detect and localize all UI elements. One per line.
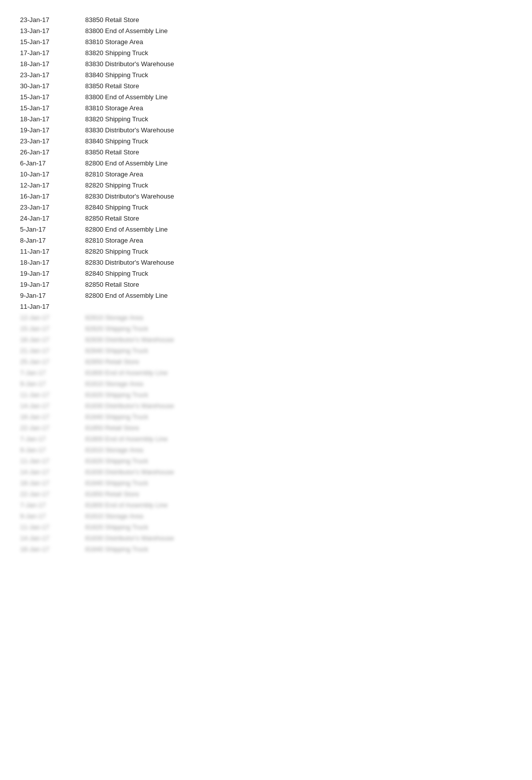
table-row: 10-Jan-1782810 Storage Area: [20, 169, 512, 180]
date-cell: 19-Jan-17: [20, 270, 85, 277]
location-cell: 81830 Distributor's Warehouse: [85, 468, 512, 476]
table-row: 19-Jan-1782850 Retail Store: [20, 280, 512, 291]
table-row: 15-Jan-1782820 Shipping Truck: [20, 324, 512, 335]
date-cell: 16-Jan-17: [20, 192, 85, 200]
table-row: 19-Jan-1782840 Shipping Truck: [20, 269, 512, 280]
date-cell: 19-Jan-17: [20, 281, 85, 288]
table-row: 11-Jan-1781820 Shipping Truck: [20, 456, 512, 467]
date-cell: 11-Jan-17: [20, 523, 85, 531]
date-cell: 6-Jan-17: [20, 159, 85, 167]
table-row: 9-Jan-1781810 Storage Area: [20, 379, 512, 390]
date-cell: 22-Jan-17: [20, 424, 85, 432]
date-cell: 24-Jan-17: [20, 215, 85, 222]
location-cell: 83830 Distributor's Warehouse: [85, 126, 512, 134]
location-cell: 82830 Distributor's Warehouse: [85, 336, 512, 343]
table-row: 23-Jan-1782840 Shipping Truck: [20, 203, 512, 214]
location-cell: 81810 Storage Area: [85, 446, 512, 454]
date-cell: 12-Jan-17: [20, 181, 85, 189]
date-cell: 8-Jan-17: [20, 237, 85, 244]
table-row: 22-Jan-1781850 Retail Store: [20, 489, 512, 500]
date-cell: 14-Jan-17: [20, 534, 85, 542]
date-cell: 30-Jan-17: [20, 82, 85, 90]
date-cell: 9-Jan-17: [20, 380, 85, 387]
table-row: 22-Jan-1781850 Retail Store: [20, 423, 512, 434]
location-cell: 83850 Retail Store: [85, 82, 512, 90]
location-cell: 82820 Shipping Truck: [85, 181, 512, 189]
date-cell: 21-Jan-17: [20, 347, 85, 354]
location-cell: 81820 Shipping Truck: [85, 523, 512, 531]
location-cell: 81800 End of Assembly Line: [85, 369, 512, 376]
date-cell: 18-Jan-17: [20, 413, 85, 421]
date-cell: 18-Jan-17: [20, 115, 85, 123]
location-cell: 81800 End of Assembly Line: [85, 435, 512, 443]
location-cell: 82840 Shipping Truck: [85, 347, 512, 354]
date-cell: 14-Jan-17: [20, 468, 85, 476]
date-cell: 23-Jan-17: [20, 71, 85, 79]
date-cell: 18-Jan-17: [20, 545, 85, 553]
table-row: 7-Jan-1781800 End of Assembly Line: [20, 368, 512, 379]
location-cell: 82830 Distributor's Warehouse: [85, 192, 512, 200]
location-cell: 81850 Retail Store: [85, 424, 512, 432]
table-row: 14-Jan-1781830 Distributor's Warehouse: [20, 401, 512, 412]
location-cell: 81850 Retail Store: [85, 490, 512, 498]
table-row: 12-Jan-1782810 Storage Area: [20, 313, 512, 324]
location-cell: 83800 End of Assembly Line: [85, 93, 512, 101]
location-cell: 82850 Retail Store: [85, 358, 512, 365]
date-cell: 25-Jan-17: [20, 358, 85, 365]
location-cell: 82800 End of Assembly Line: [85, 226, 512, 233]
location-cell: 81820 Shipping Truck: [85, 391, 512, 399]
table-row: 6-Jan-1782800 End of Assembly Line: [20, 158, 512, 169]
date-cell: 23-Jan-17: [20, 16, 85, 24]
date-cell: 15-Jan-17: [20, 38, 85, 46]
date-cell: 15-Jan-17: [20, 325, 85, 332]
date-cell: 18-Jan-17: [20, 60, 85, 68]
table-row: 11-Jan-1781820 Shipping Truck: [20, 522, 512, 533]
date-cell: 9-Jan-17: [20, 446, 85, 454]
table-row: 18-Jan-1781840 Shipping Truck: [20, 478, 512, 489]
table-row: 9-Jan-1781810 Storage Area: [20, 445, 512, 456]
date-cell: 18-Jan-17: [20, 479, 85, 487]
date-cell: 18-Jan-17: [20, 259, 85, 266]
location-cell: 83820 Shipping Truck: [85, 49, 512, 57]
table-row: 7-Jan-1781800 End of Assembly Line: [20, 434, 512, 445]
table-row: 8-Jan-1782810 Storage Area: [20, 236, 512, 247]
date-cell: 23-Jan-17: [20, 137, 85, 145]
date-cell: 11-Jan-17: [20, 303, 85, 310]
date-cell: 22-Jan-17: [20, 490, 85, 498]
location-cell: 81830 Distributor's Warehouse: [85, 402, 512, 410]
date-cell: 13-Jan-17: [20, 27, 85, 35]
date-cell: 26-Jan-17: [20, 148, 85, 156]
date-cell: 12-Jan-17: [20, 314, 85, 321]
date-cell: 7-Jan-17: [20, 369, 85, 376]
date-cell: 14-Jan-17: [20, 402, 85, 410]
table-row: 12-Jan-1782820 Shipping Truck: [20, 180, 512, 191]
location-cell: 82810 Storage Area: [85, 170, 512, 178]
table-row: 25-Jan-1782850 Retail Store: [20, 357, 512, 368]
data-table: 23-Jan-1783850 Retail Store13-Jan-178380…: [20, 15, 512, 555]
location-cell: 83810 Storage Area: [85, 38, 512, 46]
table-row: 15-Jan-1783810 Storage Area: [20, 103, 512, 114]
location-cell: 83830 Distributor's Warehouse: [85, 60, 512, 68]
location-cell: 83850 Retail Store: [85, 148, 512, 156]
location-cell: 82850 Retail Store: [85, 215, 512, 222]
location-cell: 82820 Shipping Truck: [85, 325, 512, 332]
date-cell: 23-Jan-17: [20, 204, 85, 211]
table-row: 11-Jan-1782820 Shipping Truck: [20, 247, 512, 258]
date-cell: 18-Jan-17: [20, 336, 85, 343]
location-cell: 83810 Storage Area: [85, 104, 512, 112]
date-cell: 5-Jan-17: [20, 226, 85, 233]
date-cell: 15-Jan-17: [20, 93, 85, 101]
location-cell: 83840 Shipping Truck: [85, 71, 512, 79]
location-cell: 83850 Retail Store: [85, 16, 512, 24]
table-row: 14-Jan-1781830 Distributor's Warehouse: [20, 533, 512, 544]
location-cell: 81810 Storage Area: [85, 380, 512, 387]
table-row: 24-Jan-1782850 Retail Store: [20, 214, 512, 225]
location-cell: 82820 Shipping Truck: [85, 248, 512, 255]
table-row: 11-Jan-17: [20, 302, 512, 313]
table-row: 9-Jan-1782800 End of Assembly Line: [20, 291, 512, 302]
date-cell: 19-Jan-17: [20, 126, 85, 134]
table-row: 21-Jan-1782840 Shipping Truck: [20, 346, 512, 357]
location-cell: 81830 Distributor's Warehouse: [85, 534, 512, 542]
table-row: 30-Jan-1783850 Retail Store: [20, 81, 512, 92]
table-row: 15-Jan-1783810 Storage Area: [20, 37, 512, 48]
